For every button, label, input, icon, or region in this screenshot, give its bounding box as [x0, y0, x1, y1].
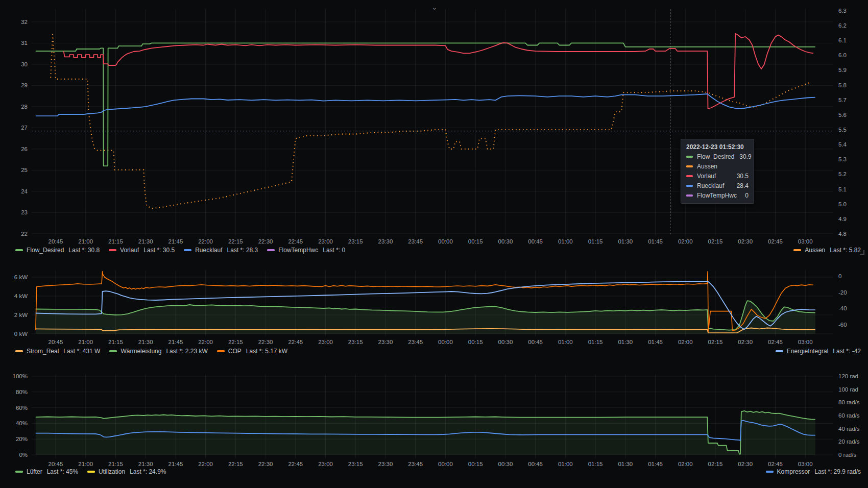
- time-axis-label: 02:30: [733, 460, 758, 468]
- grafana-dashboard: ⌄ 22232425262728293031324.84.95.05.15.25…: [0, 0, 868, 488]
- y-axis-label-left: 20%: [0, 435, 28, 443]
- y-axis-label-left: 60%: [0, 404, 28, 411]
- tooltip-row: Flow_Desired30.9: [686, 153, 749, 160]
- y-axis-label-right: 40 rad/s: [838, 425, 860, 432]
- time-axis-label: 00:45: [523, 460, 548, 468]
- time-axis-label: 21:45: [163, 460, 188, 468]
- y-axis-label-right: 20 rad/s: [838, 438, 860, 445]
- legend-swatch: [15, 471, 23, 473]
- y-axis-label-right: 120 rad: [838, 373, 858, 380]
- time-axis-label: 20:45: [43, 460, 68, 468]
- time-axis-label: 02:15: [703, 460, 728, 468]
- legend-label: Utilization: [99, 468, 125, 475]
- time-axis-label: 01:45: [643, 460, 668, 468]
- legend-swatch: [87, 471, 95, 473]
- plot-area-fan-compressor[interactable]: [32, 374, 833, 458]
- legend-item-Kompressor[interactable]: KompressorLast *: 29.9 rad/s: [766, 468, 861, 475]
- time-axis-label: 00:00: [432, 460, 458, 468]
- tooltip-timestamp: 2022-12-23 01:52:30: [686, 143, 749, 151]
- legend-right-group: KompressorLast *: 29.9 rad/s: [766, 468, 861, 475]
- legend-stat: Last *: 29.9 rad/s: [814, 468, 861, 475]
- tooltip-series-swatch: [686, 175, 693, 177]
- tooltip-series-value: 28.4: [732, 182, 749, 189]
- legend-stat: Last *: 24.9%: [130, 468, 166, 475]
- legend-stat: Last *: 45%: [47, 468, 78, 475]
- tooltip-rows: Flow_Desired30.9AussenVorlauf30.5Rueckla…: [686, 153, 749, 199]
- tooltip-series-label: FlowTempHwc: [697, 192, 737, 199]
- legend-label: Kompressor: [777, 468, 810, 475]
- tooltip-series-value: 30.9: [734, 153, 751, 160]
- time-axis-label: 01:15: [583, 460, 608, 468]
- tooltip-series-label: Aussen: [697, 163, 717, 170]
- time-axis-label: 23:00: [313, 460, 339, 468]
- panel-resize-handle[interactable]: [860, 250, 864, 255]
- tooltip-series-swatch: [686, 194, 693, 197]
- legend-left-group: LüfterLast *: 45%UtilizationLast *: 24.9…: [15, 468, 166, 475]
- time-axis-label: 00:30: [493, 460, 518, 468]
- y-axis-label-left: 0%: [0, 451, 28, 458]
- tooltip-series-swatch: [686, 156, 693, 158]
- tooltip-series-swatch: [686, 185, 693, 187]
- time-axis-label: 01:30: [613, 460, 638, 468]
- y-axis-label-left: 40%: [0, 420, 28, 427]
- y-axis-label-right: 0 rad/s: [838, 451, 856, 458]
- time-axis-label: 21:15: [103, 460, 128, 468]
- time-axis-label: 22:00: [193, 460, 219, 468]
- tooltip-row: Vorlauf30.5: [686, 173, 749, 180]
- panel-fan-compressor: 0%20%40%60%80%100%0 rad/s20 rad/s40 rad/…: [0, 0, 868, 488]
- tooltip-series-label: Ruecklauf: [697, 182, 724, 189]
- time-axis-label: 03:00: [792, 460, 818, 468]
- time-axis-label: 23:15: [343, 460, 368, 468]
- legend-fan-compressor: LüfterLast *: 45%UtilizationLast *: 24.9…: [15, 468, 861, 476]
- time-axis-label: 23:45: [403, 460, 428, 468]
- legend-swatch: [766, 471, 774, 473]
- tooltip-row: Aussen: [686, 163, 749, 170]
- y-axis-label-left: 80%: [0, 388, 28, 396]
- tooltip-series-value: 0: [740, 192, 749, 199]
- tooltip-series-label: Flow_Desired: [697, 153, 734, 160]
- tooltip-series-label: Vorlauf: [697, 173, 716, 180]
- legend-label: Lüfter: [27, 468, 42, 475]
- chart-tooltip: 2022-12-23 01:52:30 Flow_Desired30.9Auss…: [681, 139, 754, 204]
- y-axis-label-right: 60 rad/s: [838, 412, 860, 419]
- y-axis-label-right: 100 rad: [838, 386, 858, 393]
- tooltip-row: Ruecklauf28.4: [686, 182, 749, 189]
- time-axis-label: 22:45: [283, 460, 308, 468]
- time-axis-label: 22:15: [223, 460, 248, 468]
- legend-item-Lüfter[interactable]: LüfterLast *: 45%: [15, 468, 78, 475]
- time-axis-label: 02:00: [672, 460, 698, 468]
- time-axis-label: 21:30: [133, 460, 158, 468]
- time-axis-label: 22:30: [253, 460, 278, 468]
- time-axis-label: 23:30: [373, 460, 398, 468]
- time-axis-label: 21:00: [73, 460, 99, 468]
- y-axis-label-right: 80 rad/s: [838, 399, 860, 406]
- tooltip-series-value: 30.5: [732, 173, 749, 180]
- tooltip-row: FlowTempHwc0: [686, 192, 749, 199]
- time-axis-label: 00:15: [463, 460, 488, 468]
- y-axis-label-left: 100%: [0, 373, 28, 380]
- tooltip-series-swatch: [686, 165, 693, 167]
- time-axis-label: 02:45: [762, 460, 788, 468]
- legend-item-Utilization[interactable]: UtilizationLast *: 24.9%: [87, 468, 166, 475]
- time-axis-label: 01:00: [552, 460, 578, 468]
